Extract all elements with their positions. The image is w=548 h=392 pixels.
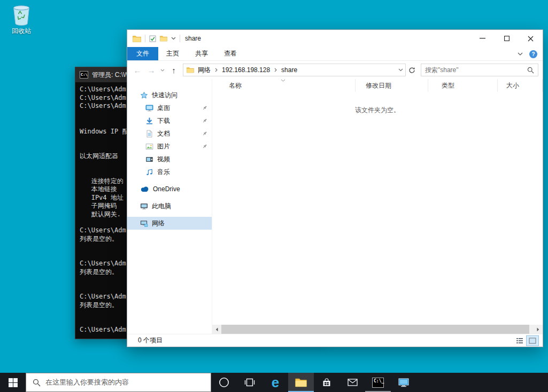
tab-home[interactable]: 主页	[158, 47, 187, 60]
column-header-type[interactable]: 类型	[428, 79, 498, 92]
maximize-button[interactable]	[495, 30, 519, 47]
taskbar: 在这里输入你要搜索的内容 e	[0, 373, 548, 392]
sidebar-item-desktop[interactable]: 桌面	[127, 101, 212, 114]
recycle-bin[interactable]: 回收站	[6, 3, 36, 36]
sidebar-item-label: 文档	[157, 129, 170, 138]
chevron-right-icon	[274, 68, 277, 72]
quick-access-star-icon	[140, 91, 148, 99]
start-button[interactable]	[0, 373, 26, 392]
sidebar-item-label: 此电脑	[152, 202, 171, 211]
close-button[interactable]	[519, 30, 543, 47]
explorer-window: share 文件 主页 共享 查看 ? ← →	[127, 29, 543, 347]
sidebar-item-label: 视频	[157, 155, 170, 164]
taskbar-search-icon	[33, 379, 41, 387]
sidebar-item-downloads[interactable]: 下载	[127, 114, 212, 127]
sidebar-item-documents[interactable]: 文档	[127, 127, 212, 140]
ribbon-tabs: 文件 主页 共享 查看 ?	[127, 47, 543, 61]
sidebar-item-onedrive[interactable]: OneDrive	[127, 183, 212, 195]
videos-icon	[145, 155, 153, 163]
window-title: share	[185, 35, 201, 42]
large-icons-view-button[interactable]	[527, 336, 538, 346]
search-icon[interactable]	[527, 67, 534, 74]
sidebar-item-label: 桌面	[157, 104, 170, 113]
store-button[interactable]	[314, 373, 339, 392]
edge-button[interactable]: e	[263, 373, 288, 392]
tab-view[interactable]: 查看	[216, 47, 245, 60]
search-text: 搜索"share"	[425, 66, 527, 75]
sidebar-item-music[interactable]: 音乐	[127, 166, 212, 178]
sidebar-item-label: 网络	[152, 219, 165, 228]
breadcrumb-host[interactable]: 192.168.198.128	[218, 66, 274, 74]
desktop-icon	[145, 104, 153, 112]
sidebar-item-label: OneDrive	[153, 185, 180, 193]
documents-icon	[145, 130, 153, 138]
breadcrumb-share[interactable]: share	[277, 66, 301, 74]
pin-icon	[202, 131, 207, 136]
sidebar-item-this-pc[interactable]: 此电脑	[127, 200, 212, 213]
sidebar-item-network[interactable]: 网络	[127, 217, 212, 230]
command-prompt-icon: C:\_	[372, 378, 384, 388]
pin-icon	[202, 118, 207, 123]
taskbar-search-input[interactable]: 在这里输入你要搜索的内容	[26, 373, 211, 392]
column-header-date-modified[interactable]: 修改日期	[356, 79, 428, 92]
horizontal-scrollbar[interactable]	[212, 325, 543, 334]
scrollbar-thumb[interactable]	[221, 325, 529, 334]
this-pc-icon	[140, 202, 148, 210]
minimize-button[interactable]	[470, 30, 495, 47]
scrollbar-track[interactable]	[221, 325, 534, 334]
onedrive-icon	[140, 186, 149, 192]
back-button[interactable]: ←	[130, 63, 144, 77]
address-dropdown-chevron-icon[interactable]	[398, 68, 403, 72]
scrollbar-right-arrow-icon[interactable]	[534, 325, 543, 334]
column-header-size[interactable]: 大小	[498, 79, 543, 92]
cortana-icon	[218, 377, 230, 388]
sidebar-item-pictures[interactable]: 图片	[127, 140, 212, 153]
command-prompt-button[interactable]: C:\_	[365, 373, 391, 392]
search-input[interactable]: 搜索"share"	[421, 64, 538, 76]
forward-button[interactable]: →	[144, 63, 158, 77]
cmd-title: 管理员: C:\W	[92, 70, 129, 80]
recycle-bin-icon	[6, 3, 36, 26]
refresh-icon[interactable]	[406, 64, 418, 76]
qat-customize-chevron-icon[interactable]	[171, 37, 176, 40]
help-icon[interactable]: ?	[529, 50, 537, 58]
qat-properties-icon[interactable]	[149, 35, 156, 42]
navigation-bar: ← → ↑ 网络 192.168.198.128 share	[127, 61, 543, 79]
sidebar-item-quick-access[interactable]: 快速访问	[127, 89, 212, 101]
sidebar-item-label: 快速访问	[152, 91, 177, 100]
tab-file[interactable]: 文件	[127, 47, 158, 60]
column-header-name[interactable]: 名称	[212, 79, 356, 92]
pictures-icon	[145, 143, 153, 151]
display-app-button[interactable]	[391, 373, 416, 392]
edge-icon: e	[272, 375, 279, 389]
task-view-button[interactable]	[237, 373, 263, 392]
store-icon	[322, 378, 331, 387]
sort-chevron-icon	[281, 79, 285, 82]
ribbon-expand-chevron-icon[interactable]	[518, 52, 523, 56]
empty-folder-message: 该文件夹为空。	[212, 106, 543, 115]
file-explorer-button[interactable]	[288, 373, 314, 392]
windows-logo-icon	[9, 378, 18, 387]
recent-locations-chevron-icon[interactable]	[158, 63, 167, 77]
details-view-button[interactable]	[514, 336, 526, 346]
breadcrumb-network[interactable]: 网络	[194, 66, 214, 75]
sidebar-item-videos[interactable]: 视频	[127, 153, 212, 166]
task-view-icon	[244, 378, 255, 387]
address-bar[interactable]: 网络 192.168.198.128 share	[183, 64, 406, 76]
mail-button[interactable]	[339, 373, 365, 392]
cortana-button[interactable]	[211, 373, 237, 392]
qat-new-folder-icon[interactable]	[160, 35, 167, 42]
address-folder-icon	[187, 67, 194, 73]
monitor-app-icon	[398, 378, 409, 387]
tab-share[interactable]: 共享	[187, 47, 216, 60]
titlebar-separator	[145, 35, 145, 42]
scrollbar-left-arrow-icon[interactable]	[212, 325, 221, 334]
explorer-titlebar: share	[127, 30, 543, 47]
up-button[interactable]: ↑	[167, 63, 181, 77]
sidebar-item-label: 音乐	[157, 168, 170, 177]
downloads-icon	[145, 117, 153, 125]
file-list-area: 名称 修改日期 类型 大小 该文件夹为空。	[212, 79, 543, 334]
column-headers: 名称 修改日期 类型 大小	[212, 79, 543, 92]
titlebar-separator	[180, 35, 180, 42]
network-icon	[140, 219, 148, 228]
